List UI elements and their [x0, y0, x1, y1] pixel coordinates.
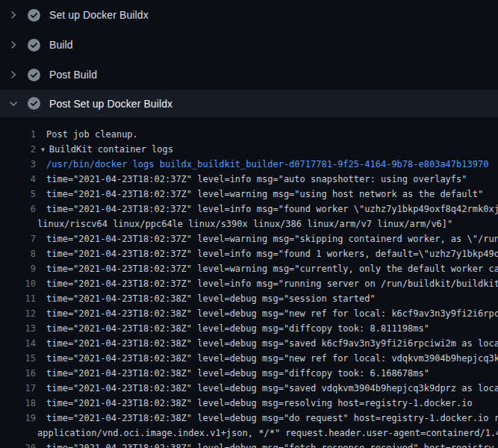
log-line-text: ▼time="2021-04-23T18:02:38Z" level=debug… — [46, 396, 473, 411]
log-line-number[interactable]: 3 — [0, 157, 36, 172]
log-line-number[interactable]: 7 — [0, 231, 36, 246]
log-line-number[interactable]: 18 — [0, 396, 36, 411]
step-header-post-set-up-docker-buildx[interactable]: Post Set up Docker Buildx — [0, 90, 498, 117]
step-title: Post Set up Docker Buildx — [49, 98, 172, 110]
log-line-number[interactable]: 17 — [0, 381, 36, 396]
log-line: 20 ▼time="2021-04-23T18:02:38Z" level=de… — [0, 441, 498, 448]
chevron-right-icon — [9, 10, 18, 19]
log-line: 5 ▼time="2021-04-23T18:02:37Z" level=war… — [0, 187, 498, 202]
check-circle-icon — [28, 97, 40, 110]
log-line-number[interactable]: 12 — [0, 306, 36, 321]
log-line-number — [0, 217, 36, 231]
step-header-post-build[interactable]: Post Build — [0, 60, 498, 90]
log-line-number[interactable]: 4 — [0, 172, 36, 187]
log-line: 7 ▼time="2021-04-23T18:02:37Z" level=war… — [0, 231, 498, 246]
log-line-number[interactable]: 14 — [0, 336, 36, 351]
step-title: Post Build — [49, 69, 97, 81]
log-line-text: ▼time="2021-04-23T18:02:37Z" level=warni… — [46, 231, 498, 246]
log-line: 4 ▼time="2021-04-23T18:02:37Z" level=inf… — [0, 172, 498, 187]
log-line-number[interactable]: 1 — [0, 127, 36, 142]
log-line-number[interactable]: 15 — [0, 351, 36, 366]
log-line: 9 ▼time="2021-04-23T18:02:37Z" level=war… — [0, 261, 498, 276]
log-line-text: ▼time="2021-04-23T18:02:37Z" level=warni… — [46, 261, 498, 276]
log-line-number[interactable]: 20 — [0, 441, 36, 448]
collapse-triangle-icon: ▼ — [41, 146, 45, 153]
log-line-number[interactable]: 2 — [0, 142, 36, 157]
log-line-number[interactable]: 13 — [0, 321, 36, 336]
log-line-text: ▼time="2021-04-23T18:02:38Z" level=debug… — [46, 336, 498, 351]
log-line-text: ▼time="2021-04-23T18:02:38Z" level=debug… — [46, 351, 498, 366]
log-line-text: ▼time="2021-04-23T18:02:38Z" level=debug… — [46, 411, 498, 426]
log-line-text: ▼time="2021-04-23T18:02:37Z" level=info … — [46, 246, 498, 261]
log-line-text: ▼time="2021-04-23T18:02:38Z" level=debug… — [46, 306, 498, 321]
log-line-text: ▼time="2021-04-23T18:02:37Z" level=info … — [46, 202, 498, 217]
log-line: 17 ▼time="2021-04-23T18:02:38Z" level=de… — [0, 381, 498, 396]
log-line-number[interactable]: 8 — [0, 246, 36, 261]
log-line-number[interactable]: 16 — [0, 366, 36, 381]
log-line: ▼application/vnd.oci.image.index.v1+json… — [0, 426, 498, 441]
log-line-text: ▼time="2021-04-23T18:02:38Z" level=debug… — [46, 291, 376, 306]
log-line: ▼linux/riscv64 linux/ppc64le linux/s390x… — [0, 217, 498, 231]
log-line-text: ▼Post job cleanup. — [46, 127, 138, 142]
log-line-text: ▼time="2021-04-23T18:02:37Z" level=info … — [46, 276, 498, 291]
log-line: 1 ▼Post job cleanup. — [0, 127, 498, 142]
log-line-text: ▼time="2021-04-23T18:02:38Z" level=debug… — [46, 381, 498, 396]
steps-list: Set up Docker Buildx Build Post Bu — [0, 0, 498, 117]
log-line-number[interactable]: 5 — [0, 187, 36, 202]
log-line-text: ▼time="2021-04-23T18:02:37Z" level=info … — [46, 172, 467, 187]
log-line-text: ▼time="2021-04-23T18:02:38Z" level=debug… — [46, 366, 429, 381]
log-command-line: 3 ▼/usr/bin/docker logs buildx_buildkit_… — [0, 157, 498, 172]
log-line-text: ▼/usr/bin/docker logs buildx_buildkit_bu… — [46, 157, 488, 172]
log-line: 16 ▼time="2021-04-23T18:02:38Z" level=de… — [0, 366, 498, 381]
log-line-number[interactable]: 9 — [0, 261, 36, 276]
actions-log-viewer: Set up Docker Buildx Build Post Bu — [0, 0, 498, 448]
chevron-down-icon — [9, 99, 18, 108]
log-line-text: ▼time="2021-04-23T18:02:38Z" level=debug… — [46, 321, 429, 336]
log-line-number[interactable]: 10 — [0, 276, 36, 291]
step-title: Set up Docker Buildx — [49, 9, 149, 21]
log-line-number — [0, 426, 36, 441]
log-line: 15 ▼time="2021-04-23T18:02:38Z" level=de… — [0, 351, 498, 366]
check-circle-icon — [28, 9, 40, 22]
log-line: 6 ▼time="2021-04-23T18:02:37Z" level=inf… — [0, 202, 498, 217]
chevron-right-icon — [9, 40, 18, 49]
step-title: Build — [49, 39, 73, 51]
step-header-build[interactable]: Build — [0, 30, 498, 60]
log-line-text: ▼linux/riscv64 linux/ppc64le linux/s390x… — [37, 217, 452, 231]
log-line-text: ▼time="2021-04-23T18:02:37Z" level=warni… — [46, 187, 483, 202]
log-line-text: ▼time="2021-04-23T18:02:38Z" level=debug… — [46, 441, 498, 448]
chevron-right-icon — [9, 70, 18, 79]
log-area: 1 ▼Post job cleanup. 2 ▼BuildKit contain… — [0, 117, 498, 448]
log-line: 14 ▼time="2021-04-23T18:02:38Z" level=de… — [0, 336, 498, 351]
log-line: 10 ▼time="2021-04-23T18:02:37Z" level=in… — [0, 276, 498, 291]
log-line-number[interactable]: 6 — [0, 202, 36, 217]
log-line-text: ▼application/vnd.oci.image.index.v1+json… — [37, 426, 498, 441]
log-line: 8 ▼time="2021-04-23T18:02:37Z" level=inf… — [0, 246, 498, 261]
log-line: 11 ▼time="2021-04-23T18:02:38Z" level=de… — [0, 291, 498, 306]
log-line: 18 ▼time="2021-04-23T18:02:38Z" level=de… — [0, 396, 498, 411]
step-header-set-up-docker-buildx[interactable]: Set up Docker Buildx — [0, 0, 498, 30]
check-circle-icon — [28, 39, 40, 52]
log-line-text[interactable]: ▼BuildKit container logs — [41, 142, 173, 157]
log-line-number[interactable]: 19 — [0, 411, 36, 426]
log-group-header: 2 ▼BuildKit container logs — [0, 142, 498, 157]
log-line-number[interactable]: 11 — [0, 291, 36, 306]
check-circle-icon — [28, 69, 40, 81]
log-line: 13 ▼time="2021-04-23T18:02:38Z" level=de… — [0, 321, 498, 336]
log-line: 19 ▼time="2021-04-23T18:02:38Z" level=de… — [0, 411, 498, 426]
log-line: 12 ▼time="2021-04-23T18:02:38Z" level=de… — [0, 306, 498, 321]
